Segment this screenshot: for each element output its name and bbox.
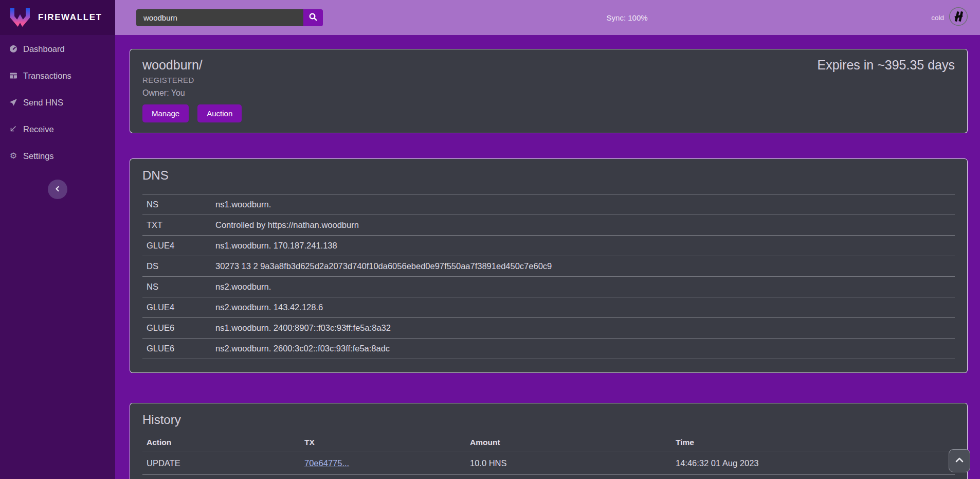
tx-link[interactable]: 70e64775... <box>304 458 349 468</box>
dns-record-type: GLUE6 <box>142 318 211 339</box>
dns-record-type: TXT <box>142 215 211 236</box>
dns-record-row: GLUE4 ns2.woodburn. 143.42.128.6 <box>142 297 955 318</box>
sidebar-header[interactable]: FIREWALLET <box>0 0 115 35</box>
dns-record-value: ns2.woodburn. <box>211 277 955 297</box>
dns-record-row: TXT Controlled by https://nathan.woodbur… <box>142 215 955 236</box>
sidebar-item-dashboard[interactable]: Dashboard <box>0 36 115 62</box>
dns-record-row: GLUE6 ns2.woodburn. 2600:3c02::f03c:93ff… <box>142 339 955 359</box>
domain-owner: Owner: You <box>142 88 955 98</box>
gauge-icon <box>9 45 17 53</box>
chevron-left-icon <box>54 185 61 194</box>
dns-table: NS ns1.woodburn. TXT Controlled by https… <box>142 194 955 359</box>
chevron-up-icon <box>954 457 965 465</box>
dns-record-value: 30273 13 2 9a3a8fb3d625d2a2073d740f10da6… <box>211 256 955 277</box>
sidebar-nav: Dashboard Transactions Send HNS <box>0 35 115 169</box>
topbar: Sync: 100% cold <box>115 0 980 35</box>
dns-record-value: ns1.woodburn. 2400:8907::f03c:93ff:fe5a:… <box>211 318 955 339</box>
dns-record-type: GLUE4 <box>142 297 211 318</box>
history-col-tx: TX <box>300 433 466 452</box>
dns-record-type: DS <box>142 256 211 277</box>
main-content: woodburn/ Expires in ~395.35 days REGIST… <box>115 0 980 479</box>
dns-record-row: NS ns2.woodburn. <box>142 277 955 297</box>
dns-record-type: NS <box>142 194 211 215</box>
dns-record-type: GLUE4 <box>142 236 211 256</box>
dns-record-value: ns1.woodburn. 170.187.241.138 <box>211 236 955 256</box>
history-time: 14:46:32 01 Aug 2023 <box>672 452 955 475</box>
handshake-logo-icon <box>949 7 968 28</box>
history-header-row: Action TX Amount Time <box>142 433 955 452</box>
history-table: Action TX Amount Time UPDATE 70e64775...… <box>142 433 955 479</box>
history-col-action: Action <box>142 433 300 452</box>
domain-card: woodburn/ Expires in ~395.35 days REGIST… <box>130 49 968 133</box>
sidebar-item-label: Send HNS <box>23 98 63 108</box>
scroll-to-top-button[interactable] <box>949 449 970 472</box>
dns-record-row: NS ns1.woodburn. <box>142 194 955 215</box>
history-row: UPDATE 70e64775... 10.0 HNS 14:46:32 01 … <box>142 452 955 475</box>
domain-title: woodburn/ <box>142 58 203 73</box>
sidebar-item-transactions[interactable]: Transactions <box>0 62 115 89</box>
history-title: History <box>142 413 955 427</box>
dns-record-type: GLUE6 <box>142 339 211 359</box>
dns-record-value: Controlled by https://nathan.woodburn <box>211 215 955 236</box>
auction-button[interactable]: Auction <box>197 104 242 122</box>
history-amount: 10.0 HNS <box>466 452 672 475</box>
search-icon <box>308 12 318 23</box>
search-input[interactable] <box>136 9 303 26</box>
domain-expiry: Expires in ~395.35 days <box>817 58 955 73</box>
gear-icon: ⚙ <box>9 152 17 160</box>
search-bar <box>136 9 323 26</box>
sidebar-item-label: Receive <box>23 125 54 134</box>
history-card: History Action TX Amount Time UPDATE 70e… <box>130 403 968 479</box>
sidebar-item-settings[interactable]: ⚙ Settings <box>0 143 115 169</box>
dns-card: DNS NS ns1.woodburn. TXT Controlled by h… <box>130 158 968 373</box>
sidebar-item-label: Dashboard <box>23 44 65 54</box>
sync-status: Sync: 100% <box>607 13 648 22</box>
dns-record-value: ns2.woodburn. 2600:3c02::f03c:93ff:fe5a:… <box>211 339 955 359</box>
search-button[interactable] <box>303 9 323 26</box>
history-amount: 10.0 HNS <box>466 475 672 479</box>
dns-record-row: GLUE6 ns1.woodburn. 2400:8907::f03c:93ff… <box>142 318 955 339</box>
history-action: RENEW <box>142 475 300 479</box>
arrow-down-left-icon <box>9 125 17 133</box>
brand-title: FIREWALLET <box>38 12 102 23</box>
wallet-name: cold <box>931 14 944 22</box>
sidebar-item-label: Transactions <box>23 71 71 81</box>
sidebar-item-send-hns[interactable]: Send HNS <box>0 89 115 116</box>
history-col-amount: Amount <box>466 433 672 452</box>
sidebar-item-label: Settings <box>23 151 54 161</box>
domain-status: REGISTERED <box>142 76 955 84</box>
dns-record-type: NS <box>142 277 211 297</box>
history-row: RENEW d7b0e4f5... 10.0 HNS 15:47:36 07 J… <box>142 475 955 479</box>
sidebar-collapse-button[interactable] <box>48 180 67 199</box>
wallet-selector[interactable]: cold <box>931 7 968 28</box>
history-col-time: Time <box>672 433 955 452</box>
table-icon <box>9 72 17 80</box>
sidebar-item-receive[interactable]: Receive <box>0 116 115 143</box>
dns-record-row: DS 30273 13 2 9a3a8fb3d625d2a2073d740f10… <box>142 256 955 277</box>
manage-button[interactable]: Manage <box>142 104 189 122</box>
dns-record-row: GLUE4 ns1.woodburn. 170.187.241.138 <box>142 236 955 256</box>
dns-record-value: ns1.woodburn. <box>211 194 955 215</box>
history-time: 15:47:36 07 Jul 2023 <box>672 475 955 479</box>
dns-title: DNS <box>142 168 955 183</box>
paper-plane-icon <box>9 98 17 107</box>
firewallet-logo-icon <box>9 6 31 29</box>
history-action: UPDATE <box>142 452 300 475</box>
sidebar: FIREWALLET Dashboard Transactions <box>0 0 115 479</box>
dns-record-value: ns2.woodburn. 143.42.128.6 <box>211 297 955 318</box>
